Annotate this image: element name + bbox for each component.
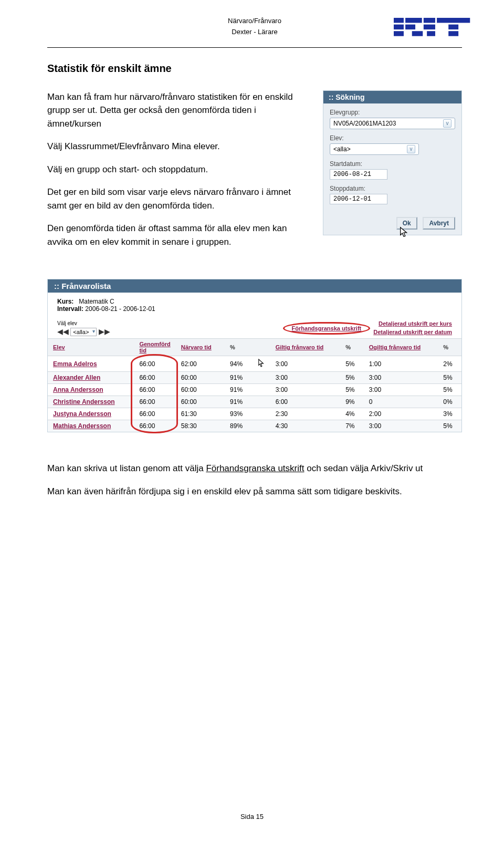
table-row: Mathias Andersson66:0058:3089%4:307%3:00… — [48, 420, 461, 432]
preview-print-link[interactable]: Förhandsgranska utskrift — [292, 325, 362, 331]
svg-rect-8 — [427, 31, 435, 36]
col-pct1: % — [225, 339, 253, 356]
chevron-down-icon[interactable]: v — [407, 145, 415, 153]
para-2: Välj Klassrummet/Elevfrånvaro Mina eleve… — [47, 140, 307, 153]
next-arrow-icon[interactable]: ▶▶ — [99, 327, 110, 336]
cell-ogiltig: 3:00 — [364, 372, 438, 384]
valj-elev-label: Välj elev — [57, 320, 110, 326]
student-link[interactable]: Mathias Andersson — [53, 422, 111, 430]
bottom-para-2: Man kan även härifrån fördjupa sig i en … — [47, 485, 462, 498]
ist-logo — [394, 12, 472, 48]
cell-narvaro-pct: 93% — [225, 408, 253, 420]
preview-highlight: Förhandsgranska utskrift — [283, 322, 371, 335]
cell-ogiltig: 2:00 — [364, 408, 438, 420]
para-5: Den genomförda tiden är oftast samma för… — [47, 222, 307, 248]
svg-rect-0 — [394, 18, 404, 23]
intervall-value: 2006-08-21 - 2006-12-01 — [85, 305, 155, 313]
cell-ogiltig-pct: 0% — [438, 396, 461, 408]
col-pct3: % — [438, 339, 461, 356]
startdatum-input[interactable]: 2006-08-21 — [330, 169, 387, 180]
cell-genomford: 66:00 — [134, 356, 175, 372]
elev-label: Elev: — [330, 134, 455, 142]
cell-narvaro: 58:30 — [176, 420, 225, 432]
svg-rect-3 — [394, 25, 404, 29]
elev-select-value: <alla> — [333, 146, 351, 153]
section-title: Statistik för enskilt ämne — [47, 63, 462, 75]
cell-giltig-pct: 4% — [340, 408, 364, 420]
col-ogiltig[interactable]: Ogiltig frånvaro tid — [364, 339, 438, 356]
table-row: Emma Adelros66:0062:0094%3:005%1:002% — [48, 356, 461, 372]
search-panel-title: :: Sökning — [323, 91, 461, 103]
table-row: Anna Andersson66:0060:0091%3:005%3:005% — [48, 384, 461, 396]
detailed-per-date-link[interactable]: Detaljerad utskrift per datum — [373, 329, 452, 335]
col-narvaro[interactable]: Närvaro tid — [176, 339, 225, 356]
cell-giltig-pct: 9% — [340, 396, 364, 408]
student-link[interactable]: Alexander Allen — [53, 374, 100, 381]
para-3: Välj en grupp och start- och stoppdatum. — [47, 163, 307, 176]
svg-rect-6 — [394, 31, 404, 36]
cell-narvaro: 60:00 — [176, 372, 225, 384]
student-link[interactable]: Anna Andersson — [53, 386, 103, 393]
cell-giltig: 3:00 — [270, 384, 341, 396]
chevron-down-icon[interactable]: v — [443, 119, 452, 128]
student-link[interactable]: Emma Adelros — [53, 360, 97, 368]
elev-select[interactable]: <alla> v — [330, 143, 419, 155]
elevgrupp-label: Elevgrupp: — [330, 109, 455, 116]
cell-ogiltig-pct: 3% — [438, 408, 461, 420]
cell-narvaro-pct: 91% — [225, 396, 253, 408]
table-row: Alexander Allen66:0060:0091%3:005%3:005% — [48, 372, 461, 384]
svg-rect-9 — [437, 18, 470, 23]
cell-narvaro: 60:00 — [176, 384, 225, 396]
kurs-label: Kurs: — [57, 298, 74, 305]
valj-elev-select[interactable]: <alla> — [70, 328, 97, 336]
intervall-label: Intervall: — [57, 305, 83, 313]
cell-ogiltig-pct: 2% — [438, 356, 461, 372]
stoppdatum-label: Stoppdatum: — [330, 185, 455, 192]
elevgrupp-select[interactable]: NV05A/20061MA1203 v — [330, 118, 455, 129]
cell-narvaro-pct: 94% — [225, 356, 253, 372]
cell-narvaro: 61:30 — [176, 408, 225, 420]
student-link[interactable]: Christine Andersson — [53, 398, 115, 406]
cell-ogiltig: 0 — [364, 396, 438, 408]
cell-narvaro: 60:00 — [176, 396, 225, 408]
detailed-per-course-link[interactable]: Detaljerad utskrift per kurs — [379, 320, 452, 327]
col-pct2: % — [340, 339, 364, 356]
cell-genomford: 66:00 — [134, 420, 175, 432]
cell-giltig-pct: 5% — [340, 372, 364, 384]
elevgrupp-select-value: NV05A/20061MA1203 — [333, 120, 396, 127]
cell-cursor — [253, 408, 270, 420]
cell-cursor — [253, 384, 270, 396]
table-row: Christine Andersson66:0060:0091%6:009%00… — [48, 396, 461, 408]
cell-ogiltig: 3:00 — [364, 384, 438, 396]
cell-cursor — [253, 420, 270, 432]
cell-giltig: 6:00 — [270, 396, 341, 408]
cell-genomford: 66:00 — [134, 396, 175, 408]
stoppdatum-input[interactable]: 2006-12-01 — [330, 194, 387, 204]
para-4: Det ger en bild som visar varje elevs nä… — [47, 185, 307, 212]
cell-giltig: 3:00 — [270, 356, 341, 372]
svg-rect-4 — [405, 25, 415, 29]
prev-arrow-icon[interactable]: ◀◀ — [57, 327, 69, 336]
preview-reference: Förhandsgranska utskrift — [206, 463, 304, 473]
col-elev[interactable]: Elev — [48, 339, 134, 356]
svg-rect-10 — [448, 25, 458, 29]
bottom-para-1: Man kan skriva ut listan genom att välja… — [47, 462, 462, 475]
franvarolista-panel: :: Frånvarolista Kurs: Matematik C Inter… — [47, 279, 462, 432]
cell-giltig-pct: 5% — [340, 356, 364, 372]
col-genomford[interactable]: Genomförd tid — [134, 339, 175, 356]
col-giltig[interactable]: Giltig frånvaro tid — [270, 339, 341, 356]
kurs-value: Matematik C — [79, 298, 114, 305]
attendance-table: Elev Genomförd tid Närvaro tid % Giltig … — [48, 338, 461, 432]
cell-ogiltig: 3:00 — [364, 420, 438, 432]
svg-rect-1 — [405, 18, 422, 23]
col-spacer — [253, 339, 270, 356]
cell-cursor — [253, 356, 270, 372]
cell-narvaro-pct: 89% — [225, 420, 253, 432]
student-link[interactable]: Justyna Andersson — [53, 410, 111, 418]
cell-genomford: 66:00 — [134, 408, 175, 420]
svg-rect-7 — [412, 31, 423, 36]
cell-narvaro-pct: 91% — [225, 372, 253, 384]
cancel-button[interactable]: Avbryt — [423, 217, 455, 230]
search-panel: :: Sökning Elevgrupp: NV05A/20061MA1203 … — [323, 90, 462, 235]
page-footer: Sida 15 — [0, 813, 504, 820]
